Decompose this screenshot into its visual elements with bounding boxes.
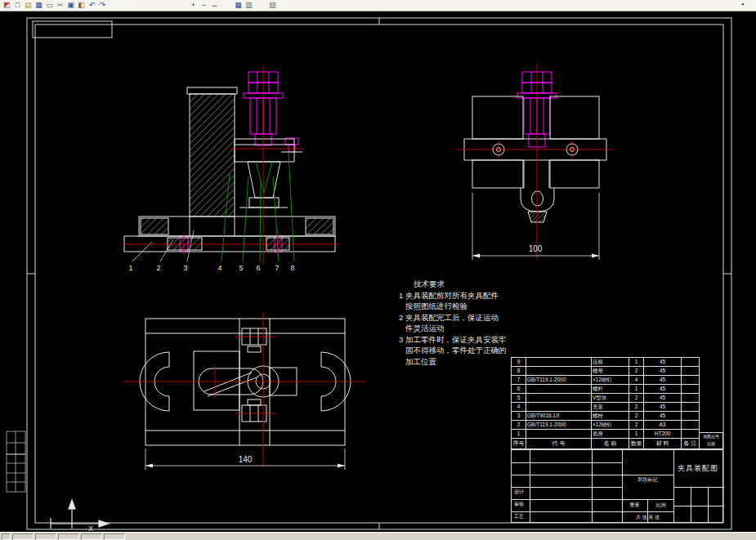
bom-cell-code [526,403,592,411]
window-icon[interactable]: ▪ [737,0,748,9]
zoom-out-icon[interactable]: − [199,1,209,10]
new-file-icon[interactable]: □ [12,1,23,10]
part-label-1: 1 [128,264,132,272]
statusbar-segment[interactable] [58,533,79,540]
bom-cell-num: 7 [512,376,526,384]
redo-icon[interactable]: ↷ [97,1,108,10]
corner-note: 底图总号 日期 [699,432,723,449]
titleblock-label-weight: 重量 [622,502,647,508]
front-view: 1 2 3 4 5 6 7 8 [123,65,339,272]
tech-req-title: 技术要求 [399,279,506,290]
bom-cell-note [682,376,700,384]
bom-header-material: 材 料 [644,439,682,449]
bom-cell-qty: 2 [629,421,644,429]
bom-cell-num: 4 [512,403,526,411]
layers-icon[interactable]: ▥ [244,1,254,10]
cut-icon[interactable]: ✂ [55,1,65,10]
bom-row: 6 螺杆 1 45 [511,384,700,393]
bom-cell-material: HT200 [644,430,682,438]
tech-req-line: 固不得移动，零件处于正确的 [399,345,506,356]
statusbar-segment[interactable] [2,533,11,540]
undo-icon[interactable]: ↶ [87,1,97,10]
bom-cell-material: 45 [644,367,682,375]
titleblock-label-check: 审核 [514,502,524,507]
bom-cell-note [682,412,700,420]
grid-icon[interactable]: ▦ [233,1,244,10]
bom-rows: 9 压板 1 45 8 螺母 2 45 [511,357,700,438]
bom-cell-qty: 1 [629,430,644,438]
bom-cell-num: 5 [512,394,526,402]
part-label-8: 8 [290,264,294,272]
dimension-100: 100 [529,244,543,253]
tech-req-line: 1 夹具装配前对所有夹具配件 [399,290,506,301]
titleblock-label-pages: 共 张 第 张 [622,515,673,520]
toolbar-group-zoom: +−↔ [186,0,220,11]
part-label-3: 3 [183,264,187,272]
toolbar-group-view: ▦▥ [231,0,254,11]
bom-header-qty: 数量 [629,439,644,449]
app-menu-icon[interactable]: ◩ [2,1,12,10]
toolbar-group-extra: ▧ [266,0,278,11]
drawing-canvas[interactable]: X [0,11,756,533]
bom-cell-material: A3 [644,421,682,429]
pan-icon[interactable]: ↔ [209,1,220,10]
bom-header-num: 序号 [512,439,526,449]
statusbar-segment[interactable] [12,533,34,540]
bom-header-code: 代 号 [526,439,592,449]
part-label-4: 4 [217,264,221,272]
bom-row: 1 底座 1 HT200 [511,429,700,438]
left-margin-blocks [7,431,25,492]
bom-header-note: 备 注 [682,439,700,449]
bom-cell-code [526,385,592,393]
drawing-title: 夹具装配图 [673,450,722,487]
bom-cell-num: 6 [512,385,526,393]
titleblock-label-process: 工艺 [514,514,524,520]
bom-header: 序号 代 号 名 称 数量 材 料 备 注 [511,438,700,449]
titleblock-label-scale: 比例 [648,502,673,508]
tech-req-line: 加工位置 [399,356,506,368]
toolbar-group-main: ◩□▤▦▭✂▣◧↶↷ [0,0,108,11]
paste-icon[interactable]: ◧ [76,1,87,10]
side-view: 100 [456,64,615,260]
print-icon[interactable]: ▭ [44,1,55,10]
top-view: 140 [124,312,366,470]
part-label-2: 2 [156,264,160,272]
statusbar-segment[interactable] [81,533,102,540]
bom-cell-code [526,394,592,402]
bom-cell-qty: 4 [629,376,644,384]
bom-cell-name: V型块 [592,394,629,402]
corner-note-line-2: 日期 [700,440,722,448]
part-label-6: 6 [256,264,260,272]
bom-cell-qty: 2 [629,403,644,411]
bom-cell-code: GB/T119.1-2000 [526,421,592,429]
bom-row: 4 支架 2 45 [511,402,700,411]
tech-req-line: 3 加工零件时，保证夹具安装牢 [399,334,506,346]
statusbar-segment[interactable] [104,533,125,540]
dimension-140: 140 [239,455,253,464]
statusbar-segment[interactable] [35,533,56,540]
properties-icon[interactable]: ▧ [267,1,278,10]
bom-cell-material: 45 [644,412,682,420]
bom-cell-name: 螺母 [592,367,629,375]
bom-cell-num: 1 [512,430,526,438]
cad-window: ◩□▤▦▭✂▣◧↶↷ +−↔ ▦▥ ▧ ▪ [0,0,756,540]
copy-icon[interactable]: ▣ [65,1,76,10]
open-folder-icon[interactable]: ▤ [23,1,34,10]
bom-cell-name: 底座 [592,430,629,438]
bom-cell-num: 3 [512,412,526,420]
bom-cell-code [526,430,592,438]
bom-row: 5 V型块 2 45 [511,393,700,402]
title-block: 设计 审核 工艺 阶段标记 重量 比例 共 张 第 张 夹具装配图 [511,449,723,523]
bom-cell-num: 2 [512,421,526,429]
bom-cell-num: 8 [512,367,526,375]
bom-cell-name: 支架 [592,403,629,411]
bom-cell-material: 45 [644,376,682,384]
bom-cell-name: 螺栓 [592,412,629,420]
zoom-in-icon[interactable]: + [188,1,199,10]
bom-row: 7 GB/T119.1-2000 ×12销钉 4 45 [511,375,700,384]
toolbar: ◩□▤▦▭✂▣◧↶↷ +−↔ ▦▥ ▧ ▪ [0,0,756,11]
technical-requirements: 技术要求 1 夹具装配前对所有夹具配件 按照图纸进行检验2 夹具装配完工后，保证… [399,279,506,367]
save-icon[interactable]: ▦ [34,1,44,10]
bill-of-materials: 9 压板 1 45 8 螺母 2 45 [511,357,700,449]
bom-row: 2 GB/T119.1-2000 ×12销钉 2 A3 [511,420,700,429]
